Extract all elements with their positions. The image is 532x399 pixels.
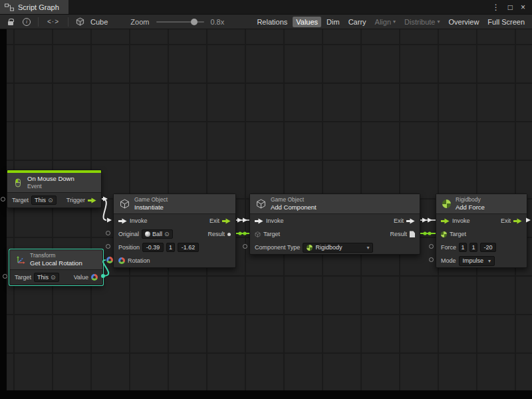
- distribute-button[interactable]: Distribute▾: [401, 17, 443, 27]
- rigidbody-icon: [307, 245, 313, 251]
- chevron-down-icon: ▾: [488, 258, 491, 264]
- port-label-target: Target: [263, 231, 280, 237]
- port-label-exit: Exit: [501, 217, 511, 224]
- force-y-field[interactable]: 1: [469, 243, 477, 252]
- info-button[interactable]: i: [19, 15, 35, 29]
- port-label-invoke: Invoke: [452, 217, 470, 224]
- window-controls: ⋮ □ ×: [492, 3, 532, 12]
- rotation-value-out-port[interactable]: [91, 274, 98, 281]
- maximize-icon[interactable]: □: [508, 3, 513, 12]
- target-object-picker[interactable]: This ⊙: [34, 273, 59, 282]
- node-title: Instantiate: [134, 203, 168, 211]
- component-type-in-port[interactable]: [243, 244, 247, 249]
- port-label-mode: Mode: [441, 257, 456, 264]
- node-add-force[interactable]: Rigidbody Add Force Invoke Exit Target F…: [436, 194, 527, 268]
- info-icon: i: [23, 18, 31, 26]
- node-title: Add Force: [456, 203, 485, 211]
- port-label-position: Position: [118, 244, 140, 251]
- relations-button[interactable]: Relations: [253, 17, 291, 27]
- zoom-value: 0.8x: [209, 18, 229, 26]
- target-in-port[interactable]: [3, 274, 7, 279]
- values-button[interactable]: Values: [293, 17, 321, 27]
- invoke-in-port[interactable]: [118, 218, 127, 224]
- zoom-slider[interactable]: [156, 21, 204, 23]
- port-label-exit: Exit: [394, 217, 404, 224]
- lock-button[interactable]: [3, 15, 19, 29]
- zoom-slider-knob[interactable]: [191, 19, 198, 25]
- position-x-field[interactable]: -0.39: [142, 243, 164, 252]
- exit-out-port[interactable]: [222, 218, 231, 224]
- dim-button[interactable]: Dim: [323, 17, 343, 27]
- node-on-mouse-down[interactable]: On Mouse Down Event Target This ⊙ Trigge…: [7, 170, 102, 208]
- graph-object-name[interactable]: Cube: [88, 18, 110, 26]
- mode-in-port[interactable]: [429, 257, 434, 262]
- node-subtitle: Event: [27, 183, 74, 190]
- component-type-dropdown[interactable]: Rigidbody ▾: [303, 243, 373, 253]
- object-picker-icon: ⊙: [51, 275, 56, 281]
- port-label-invoke: Invoke: [130, 217, 148, 224]
- original-object-picker[interactable]: Ball ⊙: [142, 229, 173, 239]
- component-result-icon[interactable]: [410, 231, 415, 237]
- node-get-local-rotation[interactable]: Transform Get Local Rotation Target This…: [9, 249, 103, 285]
- game-object-cube-icon: [120, 199, 130, 209]
- invoke-in-port[interactable]: [441, 218, 450, 224]
- code-view-button[interactable]: <·>: [42, 15, 65, 29]
- position-in-port[interactable]: [106, 244, 110, 249]
- node-group: Game Object: [271, 196, 317, 203]
- ball-icon: [145, 231, 150, 237]
- trigger-out-port[interactable]: [88, 198, 96, 203]
- node-header[interactable]: Game Object Instantiate: [114, 194, 235, 214]
- port-label-target: Target: [15, 274, 31, 281]
- rotation-icon: [118, 257, 125, 264]
- force-mode-dropdown[interactable]: Impulse ▾: [459, 256, 495, 266]
- port-label-result: Result: [390, 231, 407, 237]
- window-title: Script Graph: [18, 3, 59, 11]
- invoke-in-port[interactable]: [255, 218, 263, 224]
- node-header[interactable]: Rigidbody Add Force: [436, 194, 527, 214]
- object-picker-icon: ⊙: [48, 198, 53, 203]
- target-in-port[interactable]: [1, 197, 5, 201]
- align-button[interactable]: Align▾: [372, 17, 399, 27]
- fullscreen-button[interactable]: Full Screen: [484, 17, 528, 27]
- result-out-port[interactable]: [227, 233, 231, 236]
- chevron-down-icon: ▾: [366, 245, 369, 251]
- target-object-picker[interactable]: This ⊙: [31, 196, 57, 205]
- node-header[interactable]: On Mouse Down Event: [7, 173, 101, 193]
- position-y-field[interactable]: 1: [166, 243, 175, 252]
- node-row: Target This ⊙ Trigger: [7, 193, 101, 207]
- carry-button[interactable]: Carry: [345, 17, 370, 27]
- node-header[interactable]: Transform Get Local Rotation: [10, 250, 102, 270]
- rotation-in-port[interactable]: [106, 257, 113, 263]
- force-x-field[interactable]: 1: [459, 243, 467, 252]
- node-header[interactable]: Game Object Add Component: [250, 194, 420, 214]
- node-row: Original Ball ⊙ Result: [114, 227, 235, 241]
- original-in-port[interactable]: [106, 231, 110, 235]
- force-z-field[interactable]: -20: [480, 243, 496, 252]
- node-row: Position -0.39 1 -1.62: [114, 241, 235, 254]
- node-title: On Mouse Down: [27, 175, 74, 183]
- menu-icon[interactable]: ⋮: [492, 3, 500, 12]
- close-icon[interactable]: ×: [521, 3, 525, 12]
- force-in-port[interactable]: [429, 244, 434, 249]
- node-add-component[interactable]: Game Object Add Component Invoke Exit Ta…: [249, 194, 420, 255]
- title-bar: Script Graph ⋮ □ ×: [0, 0, 532, 14]
- port-label-result: Result: [207, 231, 225, 237]
- node-group: Transform: [30, 252, 82, 259]
- exit-out-port[interactable]: [513, 218, 522, 224]
- graph-toolbar: i <·> Cube Zoom 0.8x Relations Values Di…: [0, 14, 532, 29]
- node-row: Invoke Exit: [436, 214, 527, 227]
- port-label-original: Original: [118, 231, 139, 237]
- node-row: Force 1 1 -20: [436, 241, 527, 254]
- node-row: Target This ⊙ Value: [10, 270, 102, 285]
- node-group: Game Object: [134, 196, 168, 203]
- tab-script-graph[interactable]: Script Graph: [0, 0, 68, 14]
- port-label-target: Target: [12, 197, 29, 203]
- exit-out-port[interactable]: [406, 218, 415, 224]
- node-instantiate[interactable]: Game Object Instantiate Invoke Exit Orig…: [113, 194, 236, 268]
- position-z-field[interactable]: -1.62: [178, 243, 199, 252]
- overview-button[interactable]: Overview: [446, 17, 483, 27]
- node-row: Rotation: [114, 254, 235, 267]
- port-label-exit: Exit: [209, 217, 219, 224]
- node-row: Invoke Exit: [114, 214, 235, 227]
- rigidbody-target-icon: [441, 231, 447, 237]
